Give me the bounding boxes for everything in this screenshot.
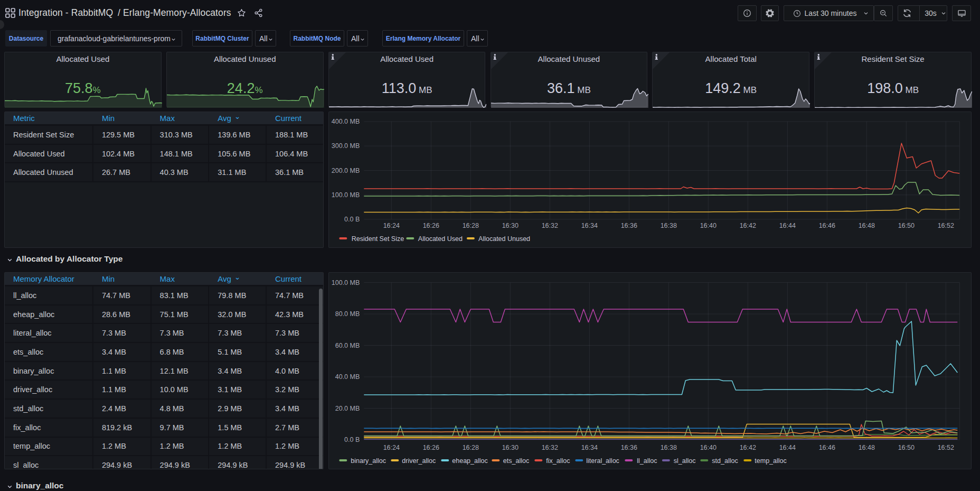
svg-text:Resident Set Size: Resident Set Size: [351, 235, 403, 243]
svg-text:300.0 MB: 300.0 MB: [331, 142, 360, 150]
svg-text:60.0 MB: 60.0 MB: [335, 342, 360, 349]
svg-text:16:32: 16:32: [541, 222, 558, 229]
svg-text:80.0 MB: 80.0 MB: [335, 310, 360, 318]
svg-text:16:42: 16:42: [739, 222, 756, 229]
svg-text:16:50: 16:50: [898, 222, 914, 229]
svg-text:20.0 MB: 20.0 MB: [335, 405, 360, 412]
svg-text:400.0 MB: 400.0 MB: [331, 118, 360, 125]
svg-text:16:30: 16:30: [502, 444, 518, 451]
svg-text:200.0 MB: 200.0 MB: [331, 167, 360, 174]
svg-text:100.0 MB: 100.0 MB: [331, 279, 360, 286]
svg-text:16:38: 16:38: [660, 222, 676, 229]
svg-text:std_alloc: std_alloc: [712, 457, 738, 465]
svg-text:ll_alloc: ll_alloc: [637, 457, 657, 465]
svg-text:16:34: 16:34: [581, 222, 597, 229]
svg-text:driver_alloc: driver_alloc: [402, 457, 436, 465]
svg-text:literal_alloc: literal_alloc: [586, 457, 619, 465]
svg-text:Allocated Unused: Allocated Unused: [478, 235, 530, 243]
svg-text:16:52: 16:52: [937, 222, 954, 229]
svg-text:eheap_alloc: eheap_alloc: [452, 457, 487, 465]
svg-text:fix_alloc: fix_alloc: [546, 457, 570, 465]
svg-text:16:42: 16:42: [739, 444, 756, 451]
svg-text:sl_alloc: sl_alloc: [673, 457, 695, 465]
svg-text:16:52: 16:52: [937, 444, 954, 451]
svg-text:temp_alloc: temp_alloc: [755, 457, 786, 465]
svg-text:16:36: 16:36: [620, 222, 637, 229]
svg-text:0.0 B: 0.0 B: [344, 216, 360, 223]
svg-text:16:40: 16:40: [700, 222, 716, 229]
svg-text:ets_alloc: ets_alloc: [503, 457, 529, 465]
svg-text:16:46: 16:46: [818, 444, 835, 451]
svg-text:16:44: 16:44: [779, 222, 795, 229]
svg-text:16:28: 16:28: [462, 222, 478, 229]
svg-text:Allocated Used: Allocated Used: [418, 235, 462, 243]
svg-text:binary_alloc: binary_alloc: [351, 457, 386, 465]
svg-text:16:24: 16:24: [383, 444, 399, 451]
svg-text:0.0 B: 0.0 B: [344, 436, 360, 443]
svg-text:16:36: 16:36: [620, 444, 637, 451]
svg-text:16:28: 16:28: [462, 444, 478, 451]
svg-text:16:44: 16:44: [779, 444, 795, 451]
svg-text:16:48: 16:48: [858, 444, 874, 451]
svg-text:40.0 MB: 40.0 MB: [335, 373, 360, 381]
svg-text:16:26: 16:26: [422, 444, 439, 451]
svg-text:16:40: 16:40: [700, 444, 716, 451]
svg-text:16:48: 16:48: [858, 222, 874, 229]
svg-text:16:46: 16:46: [818, 222, 835, 229]
svg-text:16:26: 16:26: [422, 222, 439, 229]
svg-text:16:50: 16:50: [898, 444, 914, 451]
svg-text:16:32: 16:32: [541, 444, 558, 451]
svg-text:16:34: 16:34: [581, 444, 597, 451]
svg-text:100.0 MB: 100.0 MB: [331, 191, 360, 199]
svg-text:16:30: 16:30: [502, 222, 518, 229]
svg-text:16:38: 16:38: [660, 444, 676, 451]
svg-text:16:24: 16:24: [383, 222, 399, 229]
